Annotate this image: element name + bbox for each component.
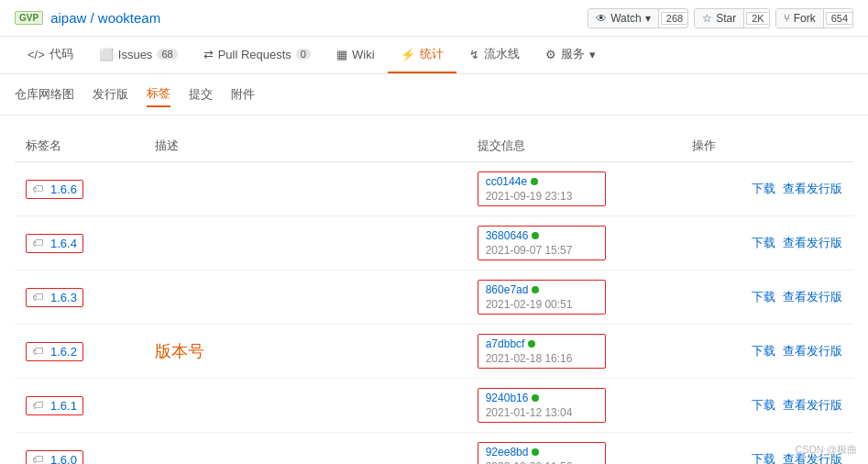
tag-link[interactable]: 1.6.2 bbox=[50, 345, 77, 359]
tag-cell: 🏷 1.6.4 bbox=[15, 216, 144, 271]
download-link[interactable]: 下载 bbox=[752, 181, 775, 197]
tag-icon: 🏷 bbox=[32, 291, 43, 304]
tab-issues-label: Issues bbox=[118, 48, 153, 61]
watch-dropdown-icon: ▾ bbox=[645, 12, 651, 25]
view-release-link[interactable]: 查看发行版 bbox=[783, 289, 842, 305]
download-link[interactable]: 下载 bbox=[752, 451, 775, 464]
gvp-badge: GVP bbox=[15, 11, 43, 25]
commit-hash: a7dbbcf bbox=[486, 337, 598, 350]
col-header-desc: 描述 bbox=[144, 130, 467, 162]
subnav-commits[interactable]: 提交 bbox=[189, 83, 213, 106]
tab-pullrequests[interactable]: ⇄ Pull Requests 0 bbox=[191, 39, 324, 72]
table-row: 🏷 1.6.4 3680646 2021-09-07 15:57 下载查看发行版 bbox=[15, 216, 853, 271]
commit-cell: 860e7ad 2021-02-19 00:51 bbox=[467, 271, 682, 325]
header-right: 👁 Watch ▾ 268 ☆ Star 2K ⑂ Fork 654 bbox=[588, 8, 853, 28]
nav-tabs: </> 代码 ⬜ Issues 68 ⇄ Pull Requests 0 ▦ W… bbox=[0, 37, 868, 74]
commit-date: 2020-12-30 11:56 bbox=[486, 460, 598, 464]
commit-cell: 3680646 2021-09-07 15:57 bbox=[467, 216, 682, 271]
download-link[interactable]: 下载 bbox=[752, 343, 775, 359]
actions-cell: 下载查看发行版 bbox=[681, 325, 853, 379]
tag-link[interactable]: 1.6.1 bbox=[50, 399, 77, 413]
tab-pipeline[interactable]: ↯ 流水线 bbox=[456, 37, 533, 73]
subnav-tags[interactable]: 标签 bbox=[147, 82, 170, 107]
stats-icon: ⚡ bbox=[401, 48, 415, 61]
download-link[interactable]: 下载 bbox=[752, 397, 775, 414]
view-release-link[interactable]: 查看发行版 bbox=[783, 343, 842, 359]
view-release-link[interactable]: 查看发行版 bbox=[783, 397, 842, 414]
commit-date: 2021-02-19 00:51 bbox=[486, 298, 598, 311]
subnav-releases[interactable]: 发行版 bbox=[93, 83, 128, 106]
watch-button[interactable]: 👁 Watch ▾ bbox=[588, 9, 659, 28]
commit-link[interactable]: a7dbbcf bbox=[486, 337, 525, 350]
download-link[interactable]: 下载 bbox=[752, 235, 775, 251]
commit-status-dot bbox=[532, 286, 539, 293]
services-dropdown-icon: ▾ bbox=[589, 48, 596, 61]
commit-status-dot bbox=[528, 340, 535, 348]
commit-link[interactable]: 860e7ad bbox=[486, 283, 529, 296]
commit-hash: 3680646 bbox=[486, 229, 598, 242]
tab-issues[interactable]: ⬜ Issues 68 bbox=[86, 39, 191, 72]
fork-count[interactable]: 654 bbox=[826, 12, 852, 25]
watch-group: 👁 Watch ▾ 268 bbox=[588, 8, 688, 28]
table-row: 🏷 1.6.1 9240b16 2021-01-12 13:04 下载查看发行版 bbox=[15, 379, 853, 433]
subnav-attachments[interactable]: 附件 bbox=[231, 83, 255, 106]
commit-cell: a7dbbcf 2021-02-18 16:16 bbox=[467, 325, 682, 379]
tag-link[interactable]: 1.6.3 bbox=[50, 291, 77, 304]
commit-link[interactable]: 92ee8bd bbox=[486, 446, 529, 458]
action-links: 下载查看发行版 bbox=[692, 397, 842, 414]
col-header-tagname: 标签名 bbox=[15, 130, 144, 162]
commit-link[interactable]: 9240b16 bbox=[486, 392, 529, 404]
table-row: 🏷 1.6.6 cc0144e 2021-09-19 23:13 下载查看发行版 bbox=[15, 162, 853, 216]
desc-cell bbox=[144, 216, 467, 271]
commit-link[interactable]: 3680646 bbox=[486, 229, 529, 242]
star-button[interactable]: ☆ Star bbox=[695, 9, 744, 28]
tab-wiki[interactable]: ▦ Wiki bbox=[324, 39, 388, 72]
actions-cell: 下载查看发行版 bbox=[681, 216, 853, 271]
watch-count[interactable]: 268 bbox=[661, 12, 687, 25]
desc-cell: 版本号 bbox=[144, 325, 467, 379]
commit-date: 2021-01-12 13:04 bbox=[486, 406, 598, 419]
tab-stats[interactable]: ⚡ 统计 bbox=[388, 37, 456, 73]
title-separator: / bbox=[91, 10, 98, 26]
commit-status-dot bbox=[531, 178, 538, 185]
tag-cell: 🏷 1.6.2 bbox=[15, 325, 144, 379]
issues-badge: 68 bbox=[157, 49, 177, 60]
subnav-network[interactable]: 仓库网络图 bbox=[15, 83, 74, 106]
star-icon: ☆ bbox=[702, 12, 712, 25]
wiki-icon: ▦ bbox=[336, 48, 347, 61]
tab-pipeline-label: 流水线 bbox=[484, 46, 520, 62]
commit-link[interactable]: cc0144e bbox=[486, 175, 527, 188]
commit-date: 2021-02-18 16:16 bbox=[486, 352, 598, 365]
tab-code-label: 代码 bbox=[49, 46, 73, 62]
org-link[interactable]: aipaw bbox=[50, 10, 86, 26]
commit-date: 2021-09-07 15:57 bbox=[486, 244, 598, 257]
repo-link[interactable]: wookteam bbox=[98, 10, 160, 26]
tag-link[interactable]: 1.6.0 bbox=[50, 453, 77, 465]
tag-table: 标签名 描述 提交信息 操作 🏷 1.6.6 cc0144e 2021-09-1… bbox=[15, 130, 853, 464]
pr-icon: ⇄ bbox=[203, 48, 214, 61]
view-release-link[interactable]: 查看发行版 bbox=[783, 235, 842, 251]
commit-hash: 9240b16 bbox=[486, 392, 598, 404]
tab-code[interactable]: </> 代码 bbox=[15, 37, 86, 73]
desc-cell bbox=[144, 433, 467, 465]
view-release-link[interactable]: 查看发行版 bbox=[783, 181, 842, 197]
tab-wiki-label: Wiki bbox=[352, 48, 375, 61]
fork-icon: ⑂ bbox=[784, 12, 790, 25]
commit-cell: 92ee8bd 2020-12-30 11:56 bbox=[467, 433, 682, 465]
commit-hash: 92ee8bd bbox=[486, 446, 598, 458]
download-link[interactable]: 下载 bbox=[752, 289, 775, 305]
tab-pr-label: Pull Requests bbox=[218, 48, 291, 61]
commit-hash: 860e7ad bbox=[486, 283, 598, 296]
tag-icon: 🏷 bbox=[32, 399, 43, 412]
commit-status-dot bbox=[532, 394, 539, 402]
tag-link[interactable]: 1.6.6 bbox=[50, 182, 77, 196]
table-row: 🏷 1.6.2 版本号 a7dbbcf 2021-02-18 16:16 下载查… bbox=[15, 325, 853, 379]
commit-cell: cc0144e 2021-09-19 23:13 bbox=[467, 162, 682, 216]
star-count[interactable]: 2K bbox=[746, 12, 768, 25]
tag-cell: 🏷 1.6.3 bbox=[15, 271, 144, 325]
tag-link[interactable]: 1.6.4 bbox=[50, 237, 77, 250]
desc-cell bbox=[144, 162, 467, 216]
commit-status-dot bbox=[532, 232, 539, 239]
fork-button[interactable]: ⑂ Fork bbox=[776, 9, 824, 28]
tab-services[interactable]: ⚙ 服务 ▾ bbox=[533, 37, 609, 73]
